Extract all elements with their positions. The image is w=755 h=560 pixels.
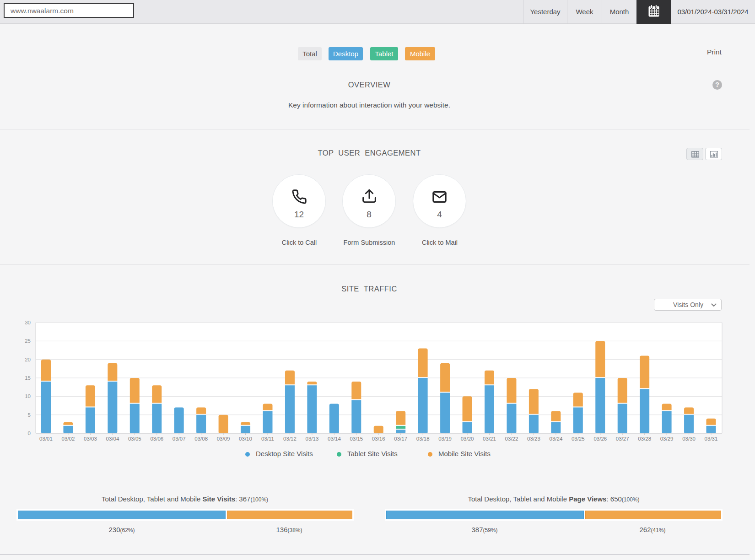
svg-text:03/18: 03/18 — [416, 436, 430, 442]
svg-text:03/16: 03/16 — [372, 436, 385, 442]
svg-text:03/29: 03/29 — [660, 436, 674, 442]
svg-text:10: 10 — [25, 393, 31, 399]
svg-text:15: 15 — [25, 375, 31, 381]
svg-text:03/27: 03/27 — [616, 436, 629, 442]
svg-text:5: 5 — [28, 412, 31, 418]
svg-text:03/10: 03/10 — [239, 436, 252, 442]
svg-text:03/09: 03/09 — [217, 436, 230, 442]
svg-text:03/17: 03/17 — [394, 436, 407, 442]
svg-text:03/05: 03/05 — [128, 436, 141, 442]
svg-text:03/31: 03/31 — [705, 436, 718, 442]
svg-text:03/02: 03/02 — [62, 436, 75, 442]
svg-text:03/03: 03/03 — [84, 436, 97, 442]
svg-text:25: 25 — [25, 338, 31, 344]
svg-text:03/26: 03/26 — [593, 436, 607, 442]
svg-text:20: 20 — [25, 357, 31, 362]
svg-text:0: 0 — [28, 431, 31, 436]
svg-text:03/12: 03/12 — [283, 436, 297, 442]
svg-text:03/07: 03/07 — [173, 436, 186, 442]
svg-text:03/28: 03/28 — [638, 436, 651, 442]
svg-text:03/21: 03/21 — [483, 436, 496, 442]
svg-text:03/24: 03/24 — [550, 436, 563, 442]
svg-text:03/15: 03/15 — [350, 436, 363, 442]
svg-text:03/01: 03/01 — [39, 436, 53, 442]
svg-text:30: 30 — [25, 320, 31, 325]
svg-text:03/20: 03/20 — [461, 436, 474, 442]
svg-text:03/14: 03/14 — [328, 436, 341, 442]
svg-text:03/04: 03/04 — [106, 436, 119, 442]
svg-text:03/11: 03/11 — [261, 436, 274, 442]
svg-text:03/25: 03/25 — [572, 436, 585, 442]
svg-text:03/06: 03/06 — [150, 436, 163, 442]
svg-text:03/30: 03/30 — [682, 436, 696, 442]
svg-text:03/22: 03/22 — [505, 436, 518, 442]
svg-text:03/08: 03/08 — [194, 436, 208, 442]
svg-text:03/13: 03/13 — [306, 436, 319, 442]
svg-text:03/19: 03/19 — [438, 436, 452, 442]
svg-text:03/23: 03/23 — [527, 436, 540, 442]
